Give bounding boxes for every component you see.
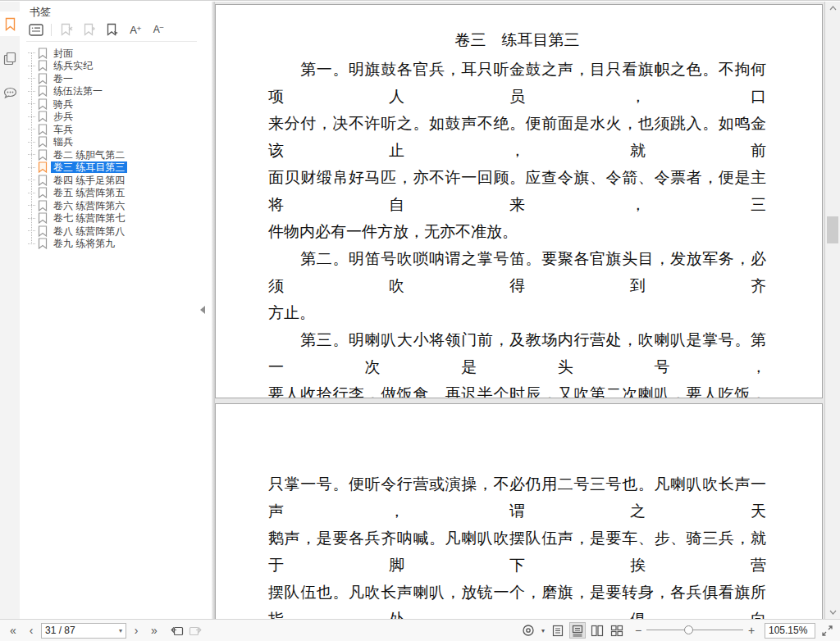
bookmark-item[interactable]: 卷三 练耳目第三: [26, 161, 210, 175]
first-page-button[interactable]: «: [5, 622, 21, 639]
tree-stub: [28, 142, 35, 143]
page-dropdown-caret-icon[interactable]: ▾: [119, 627, 122, 634]
view-mode-caret-icon[interactable]: ▾: [540, 622, 546, 639]
bookmark-label: 骑兵: [51, 98, 75, 110]
scrollbar-thumb[interactable]: [827, 216, 838, 243]
increase-text-size-icon[interactable]: A⁺: [127, 21, 144, 38]
bookmark-icon: [4, 17, 16, 31]
bookmark-label: 卷一: [51, 73, 75, 84]
bookmark-options-icon[interactable]: [28, 21, 44, 38]
continuous-facing-layout-icon[interactable]: [609, 622, 625, 639]
tab-comments[interactable]: [0, 80, 20, 105]
bookmark-ribbon-icon: [38, 60, 48, 71]
bookmark-ribbon-icon: [38, 212, 48, 224]
tree-stub: [28, 218, 35, 219]
bookmark-label: 练伍法第一: [51, 85, 105, 97]
pdf-reader-window: 书签 A⁺ A⁻: [0, 0, 840, 641]
locate-bookmark-icon[interactable]: [104, 21, 121, 38]
collapse-sidebar-arrow[interactable]: [200, 306, 205, 314]
status-bar: « ‹ 31 / 87 ▾ › » ▾: [0, 619, 840, 641]
previous-view-icon[interactable]: [169, 622, 185, 639]
tab-bookmarks[interactable]: [0, 11, 20, 36]
bookmark-label: 卷七 练营阵第七: [51, 212, 127, 224]
bookmark-ribbon-icon: [38, 136, 48, 148]
text-line: 要人收拾行李，做饭食。再迟半个时辰，又吹第二次喇叭，要人吃饭，收拾出门，: [268, 380, 766, 398]
tree-stub: [28, 205, 35, 206]
bookmark-item[interactable]: 卷二 练胆气第二: [26, 148, 210, 161]
tree-stub: [28, 103, 35, 104]
bookmark-ribbon-icon: [38, 149, 48, 161]
bookmark-item[interactable]: 卷五 练营阵第五: [26, 187, 210, 200]
tree-stub: [28, 243, 35, 244]
tab-pages[interactable]: [0, 46, 20, 70]
page-number-value: 31 / 87: [45, 625, 75, 636]
tree-stub: [28, 154, 35, 155]
text-line: 摆队伍也。凡吹长声喇叭，放铳一个，磨旗，是要转身，各兵俱看旗所指处，俱向: [268, 579, 766, 619]
bookmark-label: 封面: [51, 48, 75, 59]
next-view-icon[interactable]: [187, 622, 203, 639]
bookmark-label: 卷二 练胆气第二: [51, 149, 127, 161]
comments-icon: [3, 87, 17, 99]
bookmark-item[interactable]: 车兵: [26, 123, 210, 136]
tree-stub: [28, 52, 35, 53]
chapter-title: 卷三 练耳目第三: [268, 28, 766, 52]
add-bookmark-icon[interactable]: [81, 21, 98, 38]
page2-text: 只掌一号。便听令行营或演操，不必仍用二号三号也。凡喇叭吹长声一声，谓之天鹅声，是…: [268, 471, 766, 619]
page1-text: 第一。明旗鼓各官兵，耳只听金鼓之声，目只看旗帜之色。不拘何项人员，口来分付，决不…: [268, 56, 766, 398]
bookmark-item[interactable]: 卷四 练手足第四: [26, 174, 210, 187]
bookmark-label: 练兵实纪: [51, 60, 95, 71]
next-page-button[interactable]: ›: [128, 622, 144, 639]
bookmark-ribbon-icon: [38, 200, 48, 211]
vertical-scrollbar[interactable]: [824, 2, 840, 619]
continuous-layout-icon[interactable]: [569, 622, 586, 639]
text-line: 只掌一号。便听令行营或演操，不必仍用二号三号也。凡喇叭吹长声一声，谓之天: [268, 471, 766, 525]
bookmark-item[interactable]: 卷七 练营阵第七: [26, 212, 210, 225]
zoom-level-input[interactable]: 105.15%: [765, 623, 815, 639]
toolbar-separator: [26, 41, 197, 42]
bookmark-ribbon-icon: [38, 73, 48, 84]
delete-bookmark-icon[interactable]: [58, 21, 75, 38]
zoom-slider-thumb[interactable]: [684, 625, 693, 634]
bookmark-item[interactable]: 卷九 练将第九: [26, 238, 210, 251]
text-line: 件物内必有一件方放，无亦不准放。: [268, 218, 766, 245]
bookmark-label: 车兵: [51, 124, 75, 135]
zoom-out-button[interactable]: −: [630, 622, 646, 639]
tree-stub: [28, 78, 35, 79]
zoom-in-button[interactable]: +: [743, 622, 760, 639]
scroll-down-arrow-icon[interactable]: [825, 606, 840, 619]
bookmark-item[interactable]: 步兵: [26, 111, 210, 124]
bookmark-ribbon-icon: [38, 175, 48, 186]
bookmark-item[interactable]: 辎兵: [26, 136, 210, 149]
text-line: 鹅声，是要各兵齐呐喊。凡喇叭吹摆队伍声，是要车、步、骑三兵，就于脚下挨营: [268, 525, 766, 579]
bookmark-item[interactable]: 骑兵: [26, 98, 210, 111]
view-mode-icon[interactable]: [520, 622, 536, 639]
bookmark-item[interactable]: 练伍法第一: [26, 85, 210, 98]
bookmarks-panel: 书签 A⁺ A⁻: [20, 2, 212, 619]
fullscreen-icon[interactable]: [819, 622, 835, 639]
decrease-text-size-icon[interactable]: A⁻: [150, 21, 167, 38]
bookmark-label: 辎兵: [51, 136, 75, 148]
pages-icon: [3, 52, 16, 66]
scroll-up-arrow-icon[interactable]: [825, 2, 840, 15]
tree-stub: [28, 193, 35, 193]
bookmark-item[interactable]: 封面: [26, 47, 210, 60]
single-page-layout-icon[interactable]: [550, 622, 566, 639]
previous-page-button[interactable]: ‹: [23, 622, 39, 639]
bookmark-item[interactable]: 卷六 练营阵第六: [26, 199, 210, 212]
bookmark-label: 卷六 练营阵第六: [51, 200, 127, 211]
text-line: 第一。明旗鼓各官兵，耳只听金鼓之声，目只看旗帜之色。不拘何项人员，口: [268, 56, 766, 110]
bookmark-item[interactable]: 卷八 练营阵第八: [26, 225, 210, 238]
last-page-button[interactable]: »: [146, 622, 162, 639]
bookmark-item[interactable]: 卷一: [26, 72, 210, 85]
left-rail: [0, 2, 20, 619]
page-number-input[interactable]: 31 / 87 ▾: [41, 623, 126, 639]
bookmark-item[interactable]: 练兵实纪: [26, 60, 210, 73]
document-viewer[interactable]: 卷三 练耳目第三 第一。明旗鼓各官兵，耳只听金鼓之声，目只看旗帜之色。不拘何项人…: [215, 2, 824, 619]
facing-layout-icon[interactable]: [589, 622, 605, 639]
text-line: 面贝财缎帛好马匹，亦不许一回顾。应查令旗、令箭、令票者，便是主将自来，三: [268, 164, 766, 218]
bookmark-label: 步兵: [51, 111, 75, 122]
bookmark-ribbon-icon: [38, 187, 48, 198]
bookmark-ribbon-icon: [38, 48, 48, 59]
zoom-slider-track[interactable]: [646, 625, 743, 636]
tree-stub: [28, 66, 35, 66]
